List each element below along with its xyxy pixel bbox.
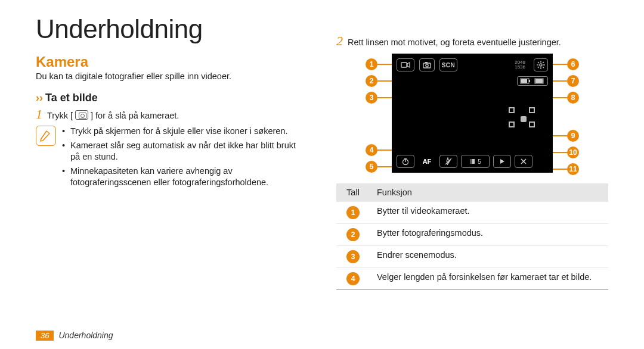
- table-row: 1 Bytter til videokameraet.: [336, 202, 608, 224]
- svg-rect-17: [535, 79, 543, 83]
- svg-rect-3: [425, 62, 428, 63]
- table-header-number: Tall: [336, 183, 370, 202]
- table-row: 3 Endrer scenemodus.: [336, 246, 608, 268]
- close-x-icon: [515, 155, 532, 168]
- note-bullet-list: Trykk på skjermen for å skjule eller vis…: [62, 126, 308, 191]
- flash-off-icon: [439, 155, 457, 168]
- callout-2: 2: [366, 75, 377, 87]
- settings-gear-icon: [534, 58, 548, 71]
- svg-point-2: [426, 64, 428, 67]
- intro-text: Du kan ta digitale fotografier eller spi…: [36, 71, 308, 81]
- callout-3: 3: [366, 92, 377, 104]
- callout-1: 1: [366, 58, 377, 70]
- step2-text: Rett linsen mot motivet, og foreta event…: [348, 38, 561, 47]
- section-heading-kamera: Kamera: [36, 54, 308, 70]
- svg-marker-24: [500, 159, 504, 164]
- page-title: Underholdning: [36, 14, 308, 44]
- callout-9: 9: [567, 130, 579, 142]
- svg-line-10: [543, 67, 544, 68]
- autofocus-label: AF: [418, 155, 436, 168]
- note-icon: [36, 126, 56, 146]
- callout-10: 10: [567, 147, 579, 158]
- camera-viewfinder: SCN 2048 1536: [392, 54, 553, 173]
- video-camera-icon: [397, 58, 414, 71]
- svg-line-11: [543, 62, 544, 63]
- svg-rect-23: [470, 159, 472, 164]
- page-footer: 36Underholdning: [36, 331, 113, 341]
- row-number-badge: 3: [346, 250, 360, 263]
- subheading-ta-et-bilde: ››Ta et bilde: [36, 92, 308, 104]
- row-function-text: Bytter fotograferingsmodus.: [370, 224, 608, 246]
- resolution-indicator: 2048 1536: [515, 60, 525, 70]
- camera-key-icon: [75, 110, 88, 120]
- callout-5: 5: [366, 161, 377, 173]
- step-2: 2 Rett linsen mot motivet, og foreta eve…: [336, 35, 608, 48]
- row-function-text: Bytter til videokameraet.: [370, 202, 608, 224]
- scene-mode-label: SCN: [439, 58, 457, 71]
- svg-line-9: [538, 62, 539, 63]
- step-1: 1 Trykk [ ] for å slå på kameraet.: [36, 108, 308, 121]
- step-number-1: 1: [36, 108, 42, 121]
- step-number-2: 2: [336, 35, 343, 48]
- callout-6: 6: [567, 58, 579, 70]
- svg-rect-0: [401, 63, 407, 67]
- step1-text-before: Trykk [: [47, 111, 73, 120]
- exposure-value-indicator: 5: [461, 155, 490, 168]
- row-function-text: Endrer scenemodus.: [370, 246, 608, 268]
- callout-4: 4: [366, 144, 377, 156]
- svg-rect-15: [529, 80, 530, 82]
- row-number-badge: 4: [346, 272, 360, 285]
- shooting-mode-icon: [419, 58, 435, 71]
- step1-text-after: ] for å slå på kameraet.: [91, 111, 179, 120]
- table-row: 4 Velger lengden på forsinkelsen før kam…: [336, 268, 608, 290]
- svg-point-4: [540, 64, 542, 66]
- function-table: Tall Funksjon 1 Bytter til videokameraet…: [336, 183, 608, 290]
- table-header-function: Funksjon: [370, 183, 608, 202]
- focus-bracket-icon: [509, 107, 535, 127]
- row-number-badge: 1: [346, 206, 360, 219]
- svg-line-12: [538, 67, 539, 68]
- svg-rect-14: [521, 79, 527, 83]
- callout-11: 11: [567, 163, 579, 175]
- callout-7: 7: [567, 75, 579, 87]
- footer-section-name: Underholdning: [58, 331, 113, 340]
- right-column: 2 Rett linsen mot motivet, og foreta eve…: [336, 19, 608, 290]
- camera-screen-diagram: 1 2 3 4 5 6 7 8 9 10 11: [356, 54, 589, 173]
- left-column: Underholdning Kamera Du kan ta digitale …: [36, 19, 308, 290]
- page-number: 36: [36, 331, 54, 341]
- chevron-icon: ››: [36, 92, 43, 104]
- callout-8: 8: [567, 92, 579, 104]
- table-row: 2 Bytter fotograferingsmodus.: [336, 224, 608, 246]
- note-bullet: Kameraet slår seg automatisk av når det …: [62, 140, 308, 163]
- row-function-text: Velger lengden på forsinkelsen før kamer…: [370, 268, 608, 290]
- timer-icon: [397, 155, 414, 168]
- note-block: Trykk på skjermen for å skjule eller vis…: [36, 126, 308, 191]
- note-bullet: Minnekapasiteten kan variere avhengig av…: [62, 166, 308, 189]
- battery-indicator-icon: [517, 76, 548, 86]
- play-gallery-icon: [493, 155, 511, 168]
- row-number-badge: 2: [346, 228, 360, 241]
- note-bullet: Trykk på skjermen for å skjule eller vis…: [62, 126, 308, 138]
